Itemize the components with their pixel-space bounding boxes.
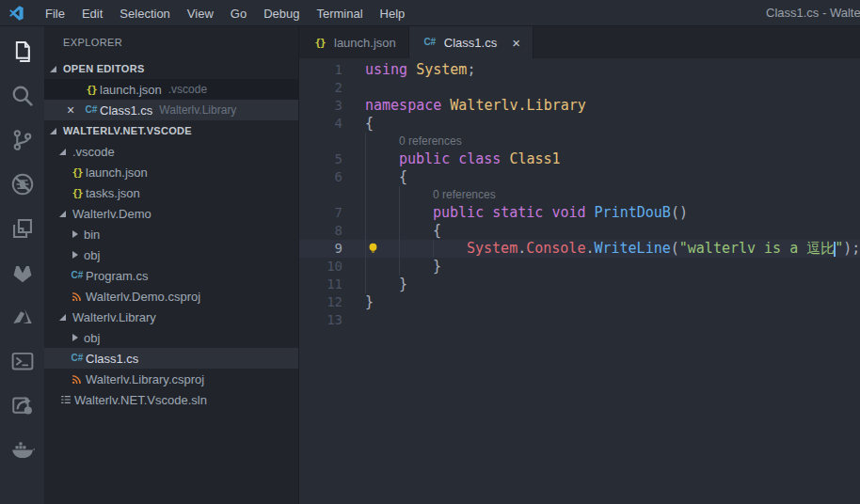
line-number[interactable]: 2 xyxy=(299,79,365,97)
code-line-9[interactable]: 9System.Console.WriteLine("walterlv is a… xyxy=(299,240,860,258)
azure-icon[interactable] xyxy=(10,305,35,329)
menu-debug[interactable]: Debug xyxy=(255,7,308,21)
tree-item-Walterlv.Library.csproj[interactable]: Walterlv.Library.csproj xyxy=(44,369,298,389)
tree-item-Walterlv.Demo[interactable]: Walterlv.Demo xyxy=(44,203,298,224)
tree-item-Class1.cs[interactable]: C#Class1.cs xyxy=(44,348,298,369)
line-number[interactable]: 3 xyxy=(299,97,365,115)
open-editor-Class1.cs[interactable]: ×C#Class1.csWalterlv.Library xyxy=(44,100,298,120)
tab-bar: {}launch.jsonC#Class1.cs× xyxy=(299,26,860,58)
project-section-label: WALTERLV.NET.VSCODE xyxy=(63,125,192,136)
tree-item-bin[interactable]: bin xyxy=(44,224,298,244)
code-content: using System; xyxy=(365,61,475,79)
csharp-file-icon: C# xyxy=(83,105,100,115)
tree-item-Walterlv.Demo.csproj[interactable]: Walterlv.Demo.csproj xyxy=(44,286,298,307)
menu-bar: FileEditSelectionViewGoDebugTerminalHelp xyxy=(37,5,413,22)
code-content: { xyxy=(365,168,407,186)
code-content: System.Console.WriteLine("walterlv is a … xyxy=(365,240,860,258)
indent-guide xyxy=(433,240,434,258)
tree-item-tasks.json[interactable]: {}tasks.json xyxy=(44,182,298,203)
close-icon[interactable]: × xyxy=(512,36,520,50)
json-file-icon: {} xyxy=(69,188,86,198)
debug-icon[interactable] xyxy=(10,172,35,197)
line-number[interactable]: 10 xyxy=(299,258,365,276)
tree-item-launch.json[interactable]: {}launch.json xyxy=(44,162,298,182)
menu-view[interactable]: View xyxy=(179,7,222,21)
tree-item-Walterlv.NET.Vscode.sln[interactable]: Walterlv.NET.Vscode.sln xyxy=(44,389,298,410)
chevron-expanded-icon xyxy=(57,208,70,219)
activity-bar xyxy=(0,26,44,504)
powershell-icon[interactable] xyxy=(10,349,35,373)
codelens-references[interactable]: 0 references xyxy=(299,186,860,204)
code-line-6[interactable]: 6{ xyxy=(299,168,860,186)
menu-selection[interactable]: Selection xyxy=(111,7,178,21)
line-number[interactable]: 5 xyxy=(299,150,365,168)
code-line-3[interactable]: 3namespace Walterlv.Library xyxy=(299,97,860,115)
menu-go[interactable]: Go xyxy=(222,7,255,21)
line-number[interactable]: 7 xyxy=(299,204,365,222)
code-token: () xyxy=(671,204,688,221)
extensions-icon[interactable] xyxy=(10,216,35,241)
chevron-expanded-icon xyxy=(57,146,70,157)
tree-item-Program.cs[interactable]: C#Program.cs xyxy=(44,265,298,286)
file-suffix: .vscode xyxy=(168,83,207,96)
code-editor[interactable]: 1using System;23namespace Walterlv.Libra… xyxy=(299,58,860,504)
vscode-logo-icon xyxy=(8,5,24,21)
code-content: namespace Walterlv.Library xyxy=(365,97,586,115)
line-number[interactable]: 12 xyxy=(299,293,365,311)
sidebar-title: EXPLORER xyxy=(44,26,298,58)
line-number[interactable]: 9 xyxy=(299,240,365,258)
explorer-icon[interactable] xyxy=(10,39,35,64)
folder-label: .vscode xyxy=(72,145,115,159)
line-number[interactable]: 11 xyxy=(299,276,365,293)
file-label: launch.json xyxy=(86,165,148,180)
open-editors-header[interactable]: OPEN EDITORS xyxy=(44,58,298,79)
gitlab-icon[interactable] xyxy=(10,260,35,285)
json-file-icon: {} xyxy=(83,85,100,95)
code-line-8[interactable]: 8{ xyxy=(299,222,860,240)
tree-item-Walterlv.Library[interactable]: Walterlv.Library xyxy=(44,307,298,327)
code-token: "walterlv is a 逗比 xyxy=(679,240,835,257)
code-line-2[interactable]: 2 xyxy=(299,79,860,97)
code-token xyxy=(586,204,595,221)
code-line-12[interactable]: 12} xyxy=(299,293,860,311)
codelens-references[interactable]: 0 references xyxy=(299,133,860,150)
open-editor-label: launch.json xyxy=(100,83,162,97)
lightbulb-icon[interactable] xyxy=(366,242,380,256)
line-number[interactable]: 13 xyxy=(299,311,365,329)
code-token xyxy=(441,97,450,114)
code-line-5[interactable]: 5public class Class1 xyxy=(299,150,860,168)
menu-terminal[interactable]: Terminal xyxy=(308,7,371,21)
code-line-7[interactable]: 7public static void PrintDouB() xyxy=(299,204,860,222)
search-icon[interactable] xyxy=(10,84,35,108)
project-share-icon[interactable] xyxy=(10,393,35,417)
tree-item-.vscode[interactable]: .vscode xyxy=(44,141,298,162)
menu-file[interactable]: File xyxy=(37,7,73,21)
code-line-10[interactable]: 10} xyxy=(299,258,860,276)
code-line-13[interactable]: 13 xyxy=(299,311,860,329)
line-number[interactable]: 6 xyxy=(299,168,365,186)
close-icon[interactable]: × xyxy=(67,103,83,117)
menu-edit[interactable]: Edit xyxy=(73,7,111,21)
code-token: public xyxy=(399,150,450,167)
tab-Class1.cs[interactable]: C#Class1.cs× xyxy=(409,26,534,58)
tab-launch.json[interactable]: {}launch.json xyxy=(299,26,409,58)
menu-help[interactable]: Help xyxy=(372,7,414,21)
code-line-4[interactable]: 4{ xyxy=(299,115,860,133)
docker-icon[interactable] xyxy=(10,437,35,462)
open-editor-launch.json[interactable]: {}launch.json.vscode xyxy=(44,79,298,100)
project-section-header[interactable]: WALTERLV.NET.VSCODE xyxy=(44,120,298,141)
open-editors-list: {}launch.json.vscode×C#Class1.csWalterlv… xyxy=(44,79,298,120)
code-token: Class1 xyxy=(509,150,560,167)
tree-item-obj[interactable]: obj xyxy=(44,327,298,348)
source-control-icon[interactable] xyxy=(10,128,35,152)
tree-item-obj[interactable]: obj xyxy=(44,244,298,265)
code-line-1[interactable]: 1using System; xyxy=(299,61,860,79)
line-number[interactable]: 1 xyxy=(299,61,365,79)
sln-file-icon xyxy=(57,393,74,407)
code-token: } xyxy=(433,258,441,275)
line-number[interactable]: 4 xyxy=(299,115,365,133)
code-line-11[interactable]: 11} xyxy=(299,276,860,293)
line-number[interactable]: 8 xyxy=(299,222,365,240)
code-token: " xyxy=(835,240,843,257)
folder-label: obj xyxy=(84,331,100,345)
